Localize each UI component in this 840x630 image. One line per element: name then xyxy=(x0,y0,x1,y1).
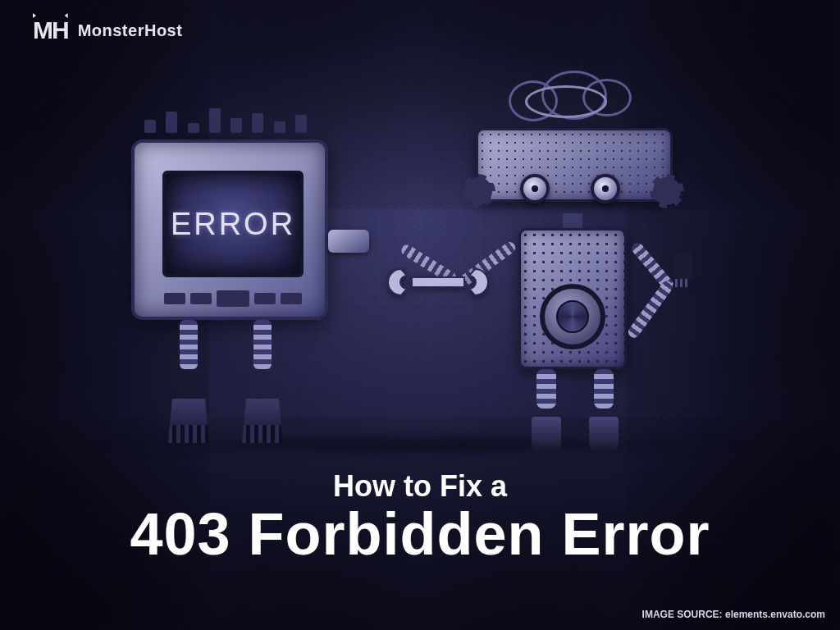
error-screen-text: ERROR xyxy=(171,207,295,242)
headline-line2: 403 Forbidden Error xyxy=(0,504,840,566)
mechanic-robot-neck xyxy=(563,213,582,230)
error-robot-components-icon xyxy=(139,105,312,133)
image-credit: IMAGE SOURCE: elements.envato.com xyxy=(642,609,825,620)
robot-dial-icon xyxy=(540,284,605,349)
error-robot-chips-icon xyxy=(149,281,317,317)
headline: How to Fix a 403 Forbidden Error xyxy=(0,469,840,566)
mechanic-robot-leg-right xyxy=(589,369,619,451)
robot-arm-right-lower xyxy=(626,279,675,340)
brand-name: MonsterHost xyxy=(78,21,183,40)
error-robot: ERROR xyxy=(123,131,336,443)
error-robot-leg-right xyxy=(242,320,283,443)
error-robot-screen: ERROR xyxy=(162,171,304,277)
gear-ear-right-icon xyxy=(653,177,681,205)
credit-value: elements.envato.com xyxy=(725,609,825,620)
credit-label: IMAGE SOURCE: xyxy=(642,609,723,620)
transistor-icon xyxy=(673,254,692,279)
robot-eye-right-icon xyxy=(591,174,620,203)
brand-logo: MH MonsterHost xyxy=(30,16,182,44)
mechanic-robot-head xyxy=(476,128,673,202)
wrench-icon xyxy=(389,266,487,299)
brand-mark: MH xyxy=(30,16,71,44)
headline-line1: How to Fix a xyxy=(0,469,840,504)
mechanic-robot-leg-left xyxy=(532,369,561,451)
error-robot-hand-icon xyxy=(328,230,369,253)
robot-eye-left-icon xyxy=(520,174,550,203)
error-robot-leg-left xyxy=(168,320,209,443)
robots-scene: ERROR xyxy=(0,49,840,476)
robot-wires-icon xyxy=(500,74,648,131)
gear-ear-left-icon xyxy=(464,177,492,205)
error-robot-head: ERROR xyxy=(131,139,328,320)
mechanic-robot xyxy=(459,90,705,451)
